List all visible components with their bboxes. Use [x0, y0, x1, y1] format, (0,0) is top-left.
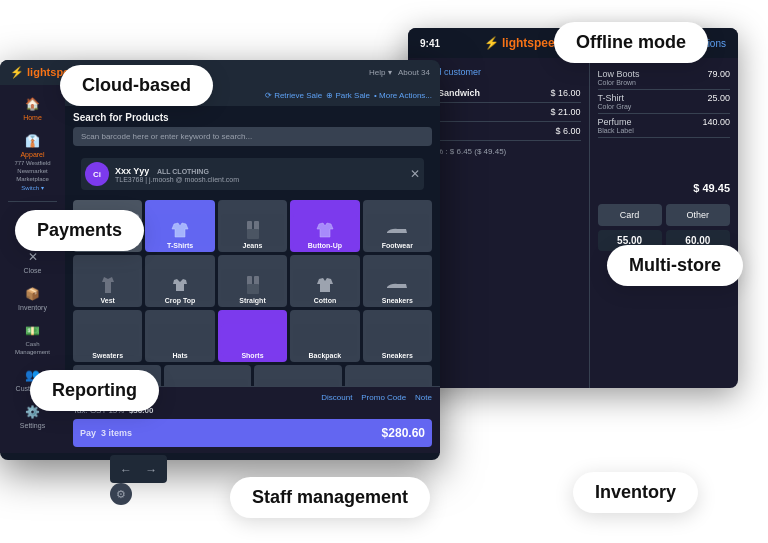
pos-time: 9:41 — [420, 38, 440, 49]
category-label: Jeans — [218, 242, 287, 249]
sidebar-item-apparel[interactable]: 👔 Apparel 777 Westfield Newmarket Market… — [0, 128, 65, 196]
product-sub: Color Brown — [598, 79, 640, 86]
category-sweaters[interactable]: Sweaters — [73, 310, 142, 362]
add-actions: Discount Promo Code Note — [321, 393, 432, 402]
product-sub: Color Gray — [598, 103, 632, 110]
category-label: Cotton — [290, 297, 359, 304]
item-price: $ 16.00 — [550, 88, 580, 98]
search-input[interactable]: Scan barcode here or enter keyword to se… — [73, 127, 432, 146]
pos-product-panel: Low Boots Color Brown 79.00 T-Shirt Colo… — [590, 58, 739, 388]
prev-arrow-icon[interactable]: ← — [120, 463, 132, 477]
add-customer-btn[interactable]: Add customer — [416, 66, 581, 78]
other-payment-label[interactable]: Other — [666, 204, 730, 226]
note-link[interactable]: Note — [415, 393, 432, 402]
category-sneakers-2[interactable]: Sneakers — [363, 310, 432, 362]
cart-close-icon[interactable]: ✕ — [410, 167, 420, 181]
category-label: Button-Up — [290, 242, 359, 249]
pay-items: 3 items — [101, 428, 132, 438]
category-label: Straight — [218, 297, 287, 304]
category-handbags[interactable]: Handbags — [345, 365, 433, 386]
category-label: Sneakers — [363, 297, 432, 304]
svg-rect-5 — [247, 284, 259, 294]
category-row-2: Vest Crop Top Straight — [73, 255, 432, 307]
card-payment-label[interactable]: Card — [598, 204, 662, 226]
category-vest[interactable]: Vest — [73, 255, 142, 307]
category-label: Vest — [73, 297, 142, 304]
category-label: Hats — [145, 352, 214, 359]
sidebar-label-cash: Cash — [25, 341, 39, 347]
category-straight[interactable]: Straight — [218, 255, 287, 307]
promo-link[interactable]: Promo Code — [361, 393, 406, 402]
cart-info: Xxx Yyy ALL CLOTHING TLE3768 | j.moosh @… — [115, 166, 404, 183]
pos-product-items: Low Boots Color Brown 79.00 T-Shirt Colo… — [598, 66, 731, 138]
category-label: Shorts — [218, 352, 287, 359]
category-buttonup[interactable]: Button-Up — [290, 200, 359, 252]
settings-circle-icon: ⚙ — [116, 488, 126, 501]
main-help: Help ▾ About 34 — [369, 68, 430, 77]
sell-tabs: ⟳ Retrieve Sale ⊕ Park Sale • More Actio… — [265, 91, 432, 100]
category-footwear[interactable]: Footwear — [363, 200, 432, 252]
customer-email: TLE3768 | j.moosh @ moosh.client.com — [115, 176, 404, 183]
pos-screen: 9:41 ⚡ lightspeed Table - 01 Actions Add… — [408, 28, 738, 388]
pos-tax: 15.00% : $ 6.45 ($ 49.45) — [416, 147, 581, 156]
payments-label: Payments — [15, 210, 144, 251]
category-crop-top[interactable]: Crop Top — [145, 255, 214, 307]
category-row-3: Sweaters Hats Shorts Backpack — [73, 310, 432, 362]
park-sale-tab[interactable]: ⊕ Park Sale — [326, 91, 370, 100]
sidebar-label-inventory: Inventory — [18, 304, 47, 311]
category-shorts[interactable]: Shorts — [218, 310, 287, 362]
product-price: 25.00 — [707, 93, 730, 110]
pay-label: Pay — [80, 428, 96, 438]
sidebar-item-inventory[interactable]: 📦 Inventory — [0, 281, 65, 316]
product-sub: Black Label — [598, 127, 634, 134]
reporting-label: Reporting — [30, 370, 159, 411]
category-label: Sneakers — [363, 352, 432, 359]
nav-arrows[interactable]: ← → — [110, 455, 167, 483]
cart-section: Ci Xxx Yyy ALL CLOTHING TLE3768 | j.moos… — [81, 158, 424, 190]
more-actions-tab[interactable]: • More Actions... — [374, 91, 432, 100]
product-item: T-Shirt Color Gray 25.00 — [598, 90, 731, 114]
customer-id: ALL CLOTHING — [157, 168, 209, 175]
cash-icon: 💵 — [25, 323, 41, 339]
category-hats[interactable]: Hats — [145, 310, 214, 362]
product-name: Perfume — [598, 117, 634, 127]
product-name: T-Shirt — [598, 93, 632, 103]
product-item: Low Boots Color Brown 79.00 — [598, 66, 731, 90]
svg-rect-2 — [247, 229, 259, 239]
multi-store-label: Multi-store — [607, 245, 743, 286]
cart-area: Ci Xxx Yyy ALL CLOTHING TLE3768 | j.moos… — [65, 158, 440, 200]
search-section: Search for Products Scan barcode here or… — [65, 106, 440, 158]
category-tshirts[interactable]: T-Shirts — [145, 200, 214, 252]
product-item: Perfume Black Label 140.00 — [598, 114, 731, 138]
category-cotton[interactable]: Cotton — [290, 255, 359, 307]
pos-order-items: Ham Sandwich $ 16.00 $ 21.00 $ 6.00 — [416, 84, 581, 141]
pos-logo: ⚡ lightspeed — [484, 36, 562, 50]
product-price: 140.00 — [702, 117, 730, 134]
category-jeans[interactable]: Jeans — [218, 200, 287, 252]
retrieve-sale-tab[interactable]: ⟳ Retrieve Sale — [265, 91, 322, 100]
pos-order-item: $ 21.00 — [416, 103, 581, 122]
category-fragrance[interactable]: Fragrance — [254, 365, 342, 386]
product-name: Low Boots — [598, 69, 640, 79]
close-icon: ✕ — [25, 249, 41, 265]
home-icon: 🏠 — [25, 96, 41, 112]
sidebar-item-home[interactable]: 🏠 Home — [0, 91, 65, 126]
search-title: Search for Products — [73, 112, 432, 123]
category-backpack[interactable]: Backpack — [290, 310, 359, 362]
item-price: $ 21.00 — [550, 107, 580, 117]
sidebar-label-close: Close — [24, 267, 42, 274]
next-arrow-icon[interactable]: → — [145, 463, 157, 477]
discount-link[interactable]: Discount — [321, 393, 352, 402]
category-label: Footwear — [363, 242, 432, 249]
settings-circle-btn[interactable]: ⚙ — [110, 483, 132, 505]
inventory-label: Inventory — [573, 472, 698, 513]
inventory-icon: 📦 — [25, 286, 41, 302]
sidebar-label-apparel: Apparel — [20, 151, 44, 158]
staff-management-label: Staff management — [230, 477, 430, 518]
pay-button[interactable]: Pay 3 items $280.60 — [73, 419, 432, 447]
sidebar-item-cash[interactable]: 💵 Cash Management — [0, 318, 65, 360]
category-accessories[interactable]: Accessories — [164, 365, 252, 386]
pos-content: Add customer Ham Sandwich $ 16.00 $ 21.0… — [408, 58, 738, 388]
pos-subtotal: $ 49.45 — [598, 178, 731, 198]
category-sneakers-1[interactable]: Sneakers — [363, 255, 432, 307]
